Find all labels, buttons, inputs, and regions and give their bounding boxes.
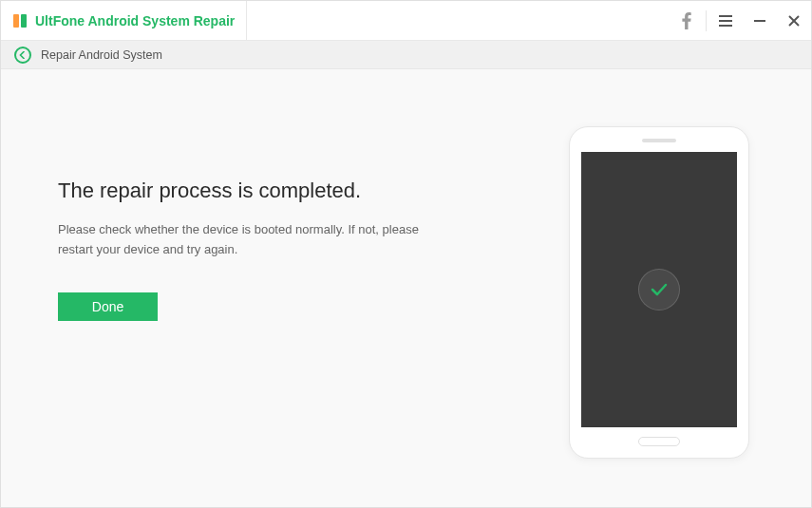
content-right bbox=[526, 126, 792, 488]
phone-illustration bbox=[569, 126, 749, 459]
facebook-icon[interactable] bbox=[670, 1, 704, 40]
svg-rect-3 bbox=[719, 20, 732, 22]
svg-rect-5 bbox=[754, 20, 765, 22]
phone-speaker bbox=[642, 139, 676, 142]
content: The repair process is completed. Please … bbox=[1, 69, 811, 507]
close-icon[interactable] bbox=[777, 1, 811, 40]
minimize-icon[interactable] bbox=[743, 1, 777, 40]
checkmark-icon bbox=[638, 269, 680, 310]
breadcrumb-label: Repair Android System bbox=[41, 48, 162, 62]
back-icon[interactable] bbox=[14, 47, 31, 64]
content-left: The repair process is completed. Please … bbox=[58, 126, 526, 488]
page-subtext: Please check whether the device is boote… bbox=[58, 220, 438, 260]
titlebar-controls bbox=[670, 1, 811, 40]
svg-rect-4 bbox=[719, 25, 732, 27]
app-window: UltFone Android System Repair bbox=[0, 0, 812, 508]
svg-rect-2 bbox=[719, 15, 732, 17]
page-heading: The repair process is completed. bbox=[58, 179, 526, 203]
app-title: UltFone Android System Repair bbox=[35, 13, 235, 28]
titlebar: UltFone Android System Repair bbox=[1, 1, 811, 41]
separator bbox=[706, 10, 707, 31]
breadcrumb: Repair Android System bbox=[1, 41, 811, 69]
phone-home-button bbox=[638, 437, 680, 446]
phone-screen bbox=[581, 152, 737, 427]
done-button[interactable]: Done bbox=[58, 292, 158, 321]
app-logo-icon bbox=[12, 13, 28, 28]
svg-rect-1 bbox=[21, 14, 27, 28]
menu-icon[interactable] bbox=[708, 1, 743, 40]
svg-rect-0 bbox=[13, 14, 19, 28]
titlebar-left: UltFone Android System Repair bbox=[1, 1, 247, 40]
